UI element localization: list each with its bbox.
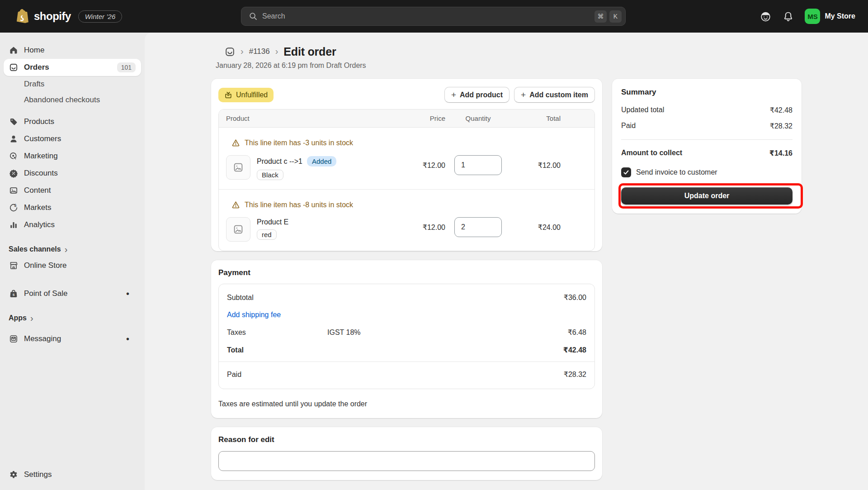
- main-content: › #1136 › Edit order January 28, 2026 at…: [145, 33, 868, 490]
- stock-warning: This line item has -8 units in stock: [219, 190, 594, 214]
- button-label: Add custom item: [529, 91, 588, 99]
- divider: [219, 362, 594, 362]
- stock-warning: This line item has -3 units in stock: [219, 128, 594, 152]
- sidebar-item-label: Customers: [24, 134, 61, 143]
- sidebar-item-label: Analytics: [24, 220, 55, 229]
- unread-dot: •: [126, 289, 136, 299]
- customers-icon: [9, 134, 18, 143]
- sidebar-item-label: Online Store: [24, 261, 67, 270]
- sidebar-item-products[interactable]: Products: [4, 113, 141, 130]
- order-date-line: January 28, 2026 at 6:19 pm from Draft O…: [216, 62, 802, 70]
- amount-to-collect-label: Amount to collect: [621, 149, 682, 157]
- sidebar-item-label: Discounts: [24, 169, 58, 178]
- sidebar-item-label: Content: [24, 186, 51, 195]
- kbd-k: K: [609, 10, 622, 23]
- item-total: ₹12.00: [511, 155, 561, 180]
- table-header: Product Price Quantity Total: [219, 109, 594, 128]
- add-product-button[interactable]: + Add product: [444, 87, 509, 103]
- item-total: ₹24.00: [511, 217, 561, 242]
- sidekick-icon[interactable]: [760, 10, 772, 23]
- warning-triangle-icon: [231, 138, 240, 147]
- unread-dot: •: [126, 334, 136, 344]
- subtotal-label: Subtotal: [227, 294, 327, 302]
- product-image-placeholder-icon: [226, 155, 250, 180]
- breadcrumb: › #1136 › Edit order: [225, 44, 802, 59]
- paid-label: Paid: [621, 122, 636, 130]
- chevron-right-icon: ›: [275, 47, 278, 57]
- taxes-estimate-note: Taxes are estimated until you update the…: [218, 400, 595, 408]
- quantity-input[interactable]: [454, 217, 502, 237]
- sidebar-item-messaging[interactable]: Messaging •: [4, 330, 141, 347]
- orders-breadcrumb-icon[interactable]: [225, 47, 235, 57]
- breadcrumb-order-number[interactable]: #1136: [249, 47, 270, 56]
- orders-icon: [9, 63, 18, 72]
- svg-text:$: $: [14, 203, 16, 208]
- sidebar-item-label: Home: [24, 46, 44, 55]
- order-items-card: Unfulfilled + Add product + Add custom i…: [211, 79, 602, 251]
- send-invoice-label: Send invoice to customer: [636, 168, 717, 176]
- reason-input[interactable]: [218, 451, 595, 471]
- payment-title: Payment: [218, 268, 595, 277]
- sales-channels-header[interactable]: Sales channels ›: [4, 242, 141, 257]
- search-input[interactable]: Search ⌘ K: [241, 7, 626, 26]
- shopify-logo[interactable]: shopify Winter ’26: [15, 9, 122, 24]
- sidebar-item-settings[interactable]: Settings: [4, 466, 141, 483]
- sidebar-item-label: Settings: [24, 470, 52, 479]
- online-store-icon: [9, 261, 18, 270]
- account-menu[interactable]: MS My Store: [805, 9, 855, 24]
- chevron-right-icon: ›: [30, 314, 33, 323]
- sidebar-item-markets[interactable]: $ Markets: [4, 199, 141, 216]
- chevron-right-icon: ›: [65, 245, 68, 254]
- sidebar-item-point-of-sale[interactable]: s Point of Sale •: [4, 285, 141, 302]
- apps-header[interactable]: Apps ›: [4, 310, 141, 326]
- reason-for-edit-card: Reason for edit: [211, 427, 602, 480]
- sidebar-item-home[interactable]: Home: [4, 42, 141, 59]
- variant-chip: red: [257, 229, 277, 240]
- payment-card: Payment Subtotal ₹36.00 Add shipping fee…: [211, 260, 602, 418]
- plus-icon: +: [451, 90, 456, 99]
- update-order-button[interactable]: Update order: [621, 187, 793, 205]
- sidebar-item-drafts[interactable]: Drafts: [4, 76, 141, 92]
- taxes-label: Taxes: [227, 328, 327, 337]
- reason-title: Reason for edit: [218, 435, 595, 444]
- store-name: My Store: [825, 12, 855, 20]
- content-icon: [9, 186, 18, 195]
- product-name[interactable]: Product E: [257, 218, 288, 226]
- section-label: Sales channels: [9, 245, 61, 253]
- shopify-bag-icon: [15, 9, 29, 24]
- sidebar-item-marketing[interactable]: Marketing: [4, 147, 141, 165]
- add-shipping-fee-link[interactable]: Add shipping fee: [227, 311, 281, 319]
- send-invoice-checkbox[interactable]: [621, 167, 631, 177]
- divider: [621, 139, 793, 140]
- messaging-icon: [9, 334, 18, 343]
- add-custom-item-button[interactable]: + Add custom item: [514, 87, 595, 103]
- sidebar-item-abandoned-checkouts[interactable]: Abandoned checkouts: [4, 92, 141, 108]
- sidebar-item-customers[interactable]: Customers: [4, 130, 141, 147]
- sidebar-item-label: Messaging: [24, 334, 61, 343]
- sidebar-item-online-store[interactable]: Online Store: [4, 257, 141, 274]
- topbar: shopify Winter ’26 Search ⌘ K: [0, 0, 868, 33]
- notifications-bell-icon[interactable]: [783, 11, 794, 22]
- point-of-sale-icon: s: [9, 289, 18, 298]
- line-item-row: Product c -->1 Added Black ₹12.00 ₹1: [219, 152, 594, 190]
- product-name[interactable]: Product c -->1: [257, 157, 302, 166]
- sidebar-item-label: Products: [24, 117, 54, 126]
- sidebar-item-discounts[interactable]: Discounts: [4, 165, 141, 182]
- release-badge: Winter ’26: [78, 10, 122, 23]
- paid-value: ₹28.32: [770, 122, 793, 130]
- variant-chip: Black: [257, 170, 283, 180]
- avatar: MS: [805, 9, 820, 24]
- quantity-input[interactable]: [454, 155, 502, 175]
- page-title: Edit order: [283, 45, 336, 58]
- sidebar-item-label: Marketing: [24, 152, 58, 161]
- col-total: Total: [511, 114, 561, 122]
- sidebar-item-content[interactable]: Content: [4, 182, 141, 199]
- status-label: Unfulfilled: [236, 91, 268, 99]
- updated-total-value: ₹42.48: [770, 106, 793, 114]
- paid-label: Paid: [227, 371, 327, 379]
- sidebar-item-orders[interactable]: Orders 101: [4, 59, 141, 76]
- discounts-icon: [9, 169, 18, 178]
- taxes-detail: IGST 18%: [327, 328, 361, 337]
- sidebar-item-analytics[interactable]: Analytics: [4, 216, 141, 233]
- analytics-icon: [9, 220, 18, 229]
